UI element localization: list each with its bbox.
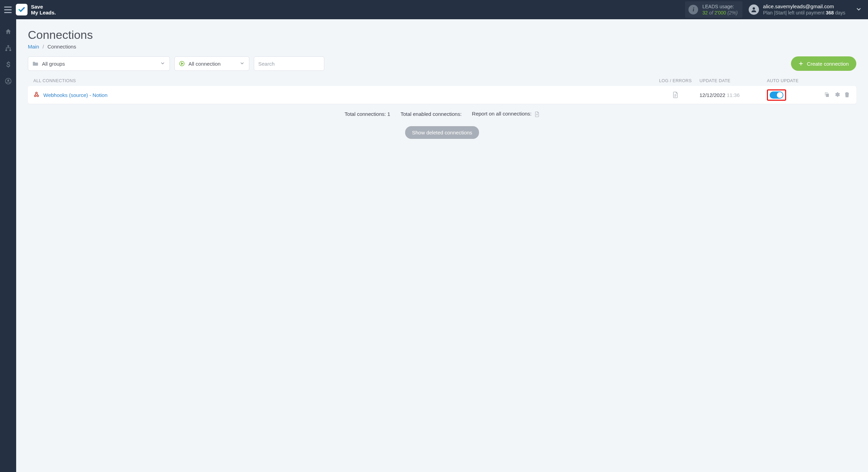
user-circle-icon — [5, 78, 12, 85]
total-enabled: Total enabled connections: — [401, 111, 462, 117]
sitemap-icon — [5, 45, 12, 52]
highlight-annotation — [767, 89, 786, 101]
play-circle-icon — [179, 61, 185, 67]
col-log-errors: LOG / ERRORS — [655, 78, 696, 83]
summary-row: Total connections: 1 Total enabled conne… — [28, 111, 856, 117]
report-all: Report on all connections: — [472, 111, 540, 117]
svg-rect-3 — [9, 50, 11, 51]
breadcrumb-current: Connections — [47, 44, 76, 50]
usage-panel[interactable]: i LEADS usage: 32 of 2'000 (2%) — [685, 1, 742, 18]
search-field-wrapper — [254, 56, 324, 71]
col-update-date: UPDATE DATE — [696, 78, 765, 83]
account-panel[interactable]: alice.savemyleads@gmail.com Plan |Start|… — [749, 3, 845, 16]
table-header: ALL CONNECTIONS LOG / ERRORS UPDATE DATE… — [28, 78, 856, 86]
sidebar — [0, 19, 16, 472]
dollar-icon — [6, 61, 10, 68]
report-button[interactable] — [534, 111, 540, 117]
settings-button[interactable] — [833, 90, 841, 100]
svg-point-12 — [36, 92, 37, 94]
svg-rect-2 — [5, 50, 7, 51]
person-icon — [750, 6, 757, 13]
sidebar-item-account[interactable] — [0, 74, 16, 89]
delete-button[interactable] — [843, 90, 851, 100]
copy-icon — [824, 91, 830, 98]
chevron-down-icon — [160, 61, 165, 67]
account-dropdown-toggle[interactable] — [854, 4, 864, 15]
sidebar-item-connections[interactable] — [0, 41, 16, 56]
document-icon — [534, 111, 540, 117]
usage-text: LEADS usage: 32 of 2'000 (2%) — [702, 3, 737, 16]
col-auto-update: AUTO UPDATE — [765, 78, 816, 83]
svg-point-11 — [37, 95, 39, 97]
chevron-down-icon — [239, 61, 245, 67]
total-connections: Total connections: 1 — [345, 111, 390, 117]
show-deleted-button[interactable]: Show deleted connections — [405, 126, 479, 139]
webhook-icon — [33, 91, 40, 99]
sidebar-item-home[interactable] — [0, 24, 16, 39]
home-icon — [5, 28, 12, 35]
main-content: Connections Main / Connections All group… — [16, 19, 868, 472]
app-logo[interactable] — [16, 4, 28, 15]
update-date: 12/12/2022 11:36 — [696, 92, 765, 98]
col-all-connections: ALL CONNECTIONS — [33, 78, 655, 83]
brand-name: Save My Leads. — [31, 4, 56, 16]
svg-point-10 — [34, 95, 36, 97]
svg-marker-7 — [182, 63, 183, 65]
groups-dropdown[interactable]: All groups — [28, 56, 170, 71]
breadcrumb-main[interactable]: Main — [28, 44, 39, 50]
page-title: Connections — [28, 28, 856, 42]
menu-toggle[interactable] — [3, 5, 12, 14]
log-button[interactable] — [655, 91, 696, 98]
search-input[interactable] — [258, 61, 320, 67]
svg-rect-16 — [826, 94, 829, 97]
account-email: alice.savemyleads@gmail.com — [763, 3, 845, 10]
svg-rect-1 — [7, 45, 9, 47]
connection-filter-dropdown[interactable]: All connection — [174, 56, 249, 71]
checkmark-icon — [18, 6, 25, 13]
gear-icon — [834, 91, 840, 98]
plus-icon — [799, 61, 803, 66]
auto-update-toggle[interactable] — [770, 91, 783, 99]
table-row: Webhooks (source) - Notion 12/12/2022 11… — [28, 86, 856, 104]
folder-icon — [32, 61, 39, 66]
sidebar-item-billing[interactable] — [0, 57, 16, 72]
trash-icon — [844, 91, 850, 98]
chevron-down-icon — [856, 6, 862, 12]
create-connection-button[interactable]: Create connection — [791, 56, 856, 71]
breadcrumb: Main / Connections — [28, 44, 856, 50]
avatar — [749, 4, 759, 15]
top-bar: Save My Leads. i LEADS usage: 32 of 2'00… — [0, 0, 868, 19]
info-icon: i — [688, 5, 698, 14]
connection-name-link[interactable]: Webhooks (source) - Notion — [43, 92, 107, 98]
svg-point-0 — [752, 7, 755, 10]
document-icon — [672, 91, 679, 98]
svg-point-5 — [7, 79, 9, 81]
account-plan: Plan |Start| left until payment 368 days — [763, 10, 845, 16]
copy-button[interactable] — [823, 90, 831, 100]
filter-row: All groups All connection — [28, 56, 856, 71]
